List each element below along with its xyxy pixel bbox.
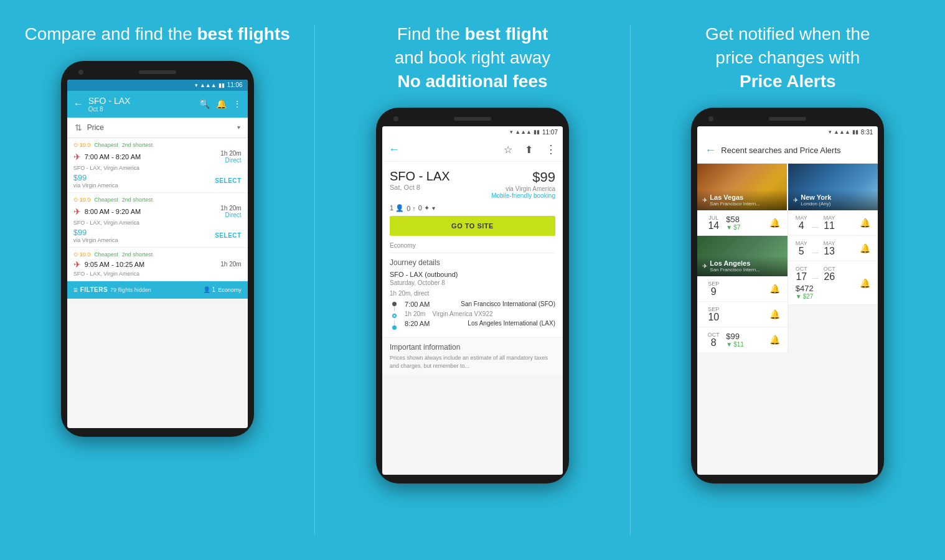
phone2-screen: ▾ ▲▲▲ ▮▮ 11:07 ← ☆ ⬆ ⋮ SFO - LAX Sa	[382, 126, 563, 475]
phone1-speaker	[139, 70, 176, 74]
signal-icon: ▲▲▲	[200, 82, 217, 88]
bell-jul14[interactable]: 🔔	[769, 218, 780, 228]
go-to-site-button[interactable]: GO TO SITE	[390, 216, 555, 236]
signal-icon2: ▲▲▲	[515, 129, 532, 135]
flight1-select[interactable]: SELECT	[215, 177, 241, 184]
search-icon[interactable]: 🔍	[199, 99, 210, 109]
bell-sep9[interactable]: 🔔	[769, 284, 780, 294]
change-jul14: ▼ $7	[726, 224, 766, 231]
timeline-vline1	[394, 306, 395, 311]
dest-vegas-plane-icon: ✈	[702, 197, 707, 203]
phone1: ▾ ▲▲▲ ▮▮ 11:06 ← SFO - LAX Oct 8 🔍 🔔 ⋮	[61, 61, 254, 437]
recent-back-icon[interactable]: ←	[705, 144, 716, 157]
phone1-sort-bar[interactable]: ⇅ Price ▾	[67, 118, 248, 138]
date-may13: May 13	[824, 240, 835, 256]
date-col-sep10: Sep 10	[705, 306, 722, 322]
panel3-bold: Price Alerts	[740, 72, 836, 91]
flight1-price-row: $99 via Virgin America SELECT	[73, 173, 242, 189]
cabin-label-detail: Economy	[390, 242, 555, 249]
phone3: ▾ ▲▲▲ ▮▮ 8:31 ← Recent searches and Pric…	[691, 108, 884, 483]
timeline-data: 7:00 AM San Francisco International (SFO…	[405, 301, 555, 330]
phone1-top	[67, 70, 248, 80]
filters-bar[interactable]: ≡ FILTERS 79 flights hidden 👤 1 Economy	[67, 281, 248, 299]
timeline-line	[390, 301, 400, 330]
search-item-may5-13: May 5 — May 13 🔔	[788, 236, 878, 261]
date-pair-may5-13: May 5 — May 13	[796, 240, 857, 256]
bell-sep10[interactable]: 🔔	[769, 309, 780, 319]
dest-ny-sub: London (Any)	[801, 201, 831, 207]
dest-card-la-overlay: ✈ Los Angeles San Francisco Intern...	[697, 256, 788, 276]
phone3-camera	[708, 116, 713, 121]
phone2-time: 11:07	[542, 129, 558, 136]
filters-label: FILTERS	[80, 286, 108, 293]
dest-la-plane-icon: ✈	[702, 263, 707, 269]
phone1-app-header: ← SFO - LAX Oct 8 🔍 🔔 ⋮	[67, 91, 248, 118]
flight1-duration: 1h 20m	[220, 150, 241, 157]
panel1-headline: Compare and find the best flights	[12, 22, 302, 46]
timeline-vline2	[394, 320, 395, 325]
phone2-top	[382, 116, 563, 126]
phone2-back-icon[interactable]: ←	[388, 143, 400, 156]
day-jul14: 14	[705, 221, 722, 231]
important-title: Important information	[390, 343, 555, 352]
dest-card-ny[interactable]: ✈ New York London (Any)	[788, 164, 878, 210]
dest-card-la[interactable]: ✈ Los Angeles San Francisco Intern...	[697, 236, 788, 276]
bell-oct17-26[interactable]: 🔔	[860, 278, 870, 288]
search-item-sep9: Sep 9 🔔	[697, 276, 788, 302]
mid-info: 1h 20m Virgin America VX922	[405, 310, 555, 317]
panel2-bold2: No additional fees	[397, 72, 547, 91]
flight1-direct: Direct	[220, 157, 241, 164]
depart-airport: San Francisco International (SFO)	[461, 301, 555, 308]
flight3-badges: ⊙10.0 Cheapest 2nd shortest	[73, 251, 242, 258]
panel3-headline: Get notified when theprice changes withP…	[643, 22, 933, 93]
search-item-oct17-26: Oct 17 — Oct 26 $472	[788, 261, 878, 305]
phone1-status-icons: ▾ ▲▲▲ ▮▮	[195, 82, 225, 88]
dest-card-vegas[interactable]: ✈ Las Vegas San Francisco Intern...	[697, 164, 787, 210]
flight1-short: 2nd shortest	[122, 142, 153, 148]
detail-price: $99	[491, 169, 555, 185]
dropdown-arrow-icon[interactable]: ▾	[432, 205, 435, 212]
flight1-via: via Virgin America	[73, 182, 118, 189]
wifi-icon3: ▾	[829, 129, 832, 135]
date-pair-inner3: Oct 17 — Oct 26	[796, 266, 857, 282]
day-may11: 11	[824, 221, 835, 231]
phone1-back-icon[interactable]: ←	[73, 98, 83, 110]
phone2-status-icons: ▾ ▲▲▲ ▮▮	[510, 129, 540, 135]
day-may13: 13	[824, 246, 835, 256]
date-col-oct8: Oct 8	[705, 332, 722, 348]
phone1-status-bar: ▾ ▲▲▲ ▮▮ 11:06	[67, 80, 248, 91]
flight2-select[interactable]: SELECT	[215, 232, 241, 239]
bell-icon[interactable]: 🔔	[216, 99, 227, 109]
change-amount-oct8: $11	[733, 341, 744, 348]
detail-left: SFO - LAX Sat, Oct 8	[390, 169, 450, 196]
depart-time: 7:00 AM	[405, 301, 430, 308]
day-oct17: 17	[796, 272, 807, 282]
more-icon[interactable]: ⋮	[233, 99, 242, 109]
flight1-main: ✈ 7:00 AM - 8:20 AM 1h 20m Direct	[73, 150, 242, 164]
phone2-star-icon[interactable]: ☆	[504, 144, 512, 156]
journey-duration: 1h 20m, direct	[390, 290, 555, 297]
phone2-more-icon[interactable]: ⋮	[545, 142, 557, 156]
mid-airline: Virgin America VX922	[432, 310, 492, 317]
sort-label: Price	[87, 123, 232, 132]
price-col-oct8: $99 ▼ $11	[726, 332, 766, 348]
bell-may5-13[interactable]: 🔔	[860, 243, 870, 253]
left-searches: Jul 14 $58 ▼ $7 🔔	[697, 210, 788, 353]
detail-mobile-booking: Mobile-friendly booking	[491, 192, 555, 199]
child-count-icon: 0 ✦	[418, 204, 430, 212]
infant-count-icon: 0 ↑	[407, 205, 416, 212]
wifi-icon2: ▾	[510, 129, 513, 135]
flight2-via: via Virgin America	[73, 237, 118, 243]
panel2-normal2: and book right away	[395, 48, 551, 67]
day-sep10: 10	[705, 312, 722, 322]
airline3-icon: ✈	[73, 259, 81, 269]
price-jul14: $58	[726, 215, 766, 224]
phone3-screen: ▾ ▲▲▲ ▮▮ 8:31 ← Recent searches and Pric…	[697, 126, 878, 475]
phone2-share-icon[interactable]: ⬆	[525, 144, 533, 156]
airline2-icon: ✈	[73, 207, 81, 217]
phone2-header: ← ☆ ⬆ ⋮	[382, 138, 563, 162]
flight1-route: SFO - LAX, Virgin America	[73, 165, 139, 171]
bell-may4-11[interactable]: 🔔	[860, 218, 870, 228]
flight3-main: ✈ 9:05 AM - 10:25 AM 1h 20m	[73, 259, 242, 269]
bell-oct8[interactable]: 🔔	[769, 335, 780, 345]
